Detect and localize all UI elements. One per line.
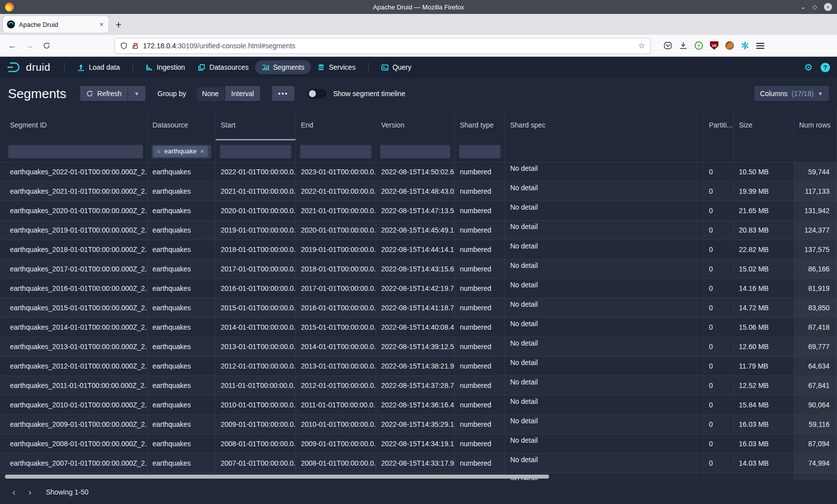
table-row[interactable]: earthquakes_2017-01-01T00:00:00.000Z_2..… <box>0 259 837 279</box>
filter-segment-id-input[interactable] <box>8 144 143 158</box>
refresh-button[interactable]: Refresh <box>80 86 128 101</box>
cell-num-rows: 81,919 <box>794 279 837 298</box>
more-options-button[interactable]: ••• <box>272 86 294 101</box>
table-row[interactable]: earthquakes_2021-01-01T00:00:00.000Z_2..… <box>0 182 837 201</box>
nav-segments[interactable]: Segments <box>255 60 311 74</box>
column-header[interactable]: Size <box>734 110 794 140</box>
cell-num-rows: 83,850 <box>794 298 837 317</box>
cell-num-rows: 69,777 <box>794 337 837 356</box>
window-close-icon[interactable]: × <box>824 3 832 11</box>
cell-datasource: earthquakes <box>147 434 216 453</box>
cell-start: 2011-01-01T00:00:00.0... <box>216 376 296 395</box>
remove-filter-icon[interactable]: × <box>200 147 204 155</box>
cell-segment-id: earthquakes_2017-01-01T00:00:00.000Z_2..… <box>0 259 147 278</box>
multi-account-asterisk-icon[interactable] <box>741 41 749 50</box>
tab-close-icon[interactable]: × <box>99 20 105 28</box>
cell-segment-id: earthquakes_2021-01-01T00:00:00.000Z_2..… <box>0 182 147 201</box>
horizontal-scrollbar[interactable] <box>5 475 549 479</box>
column-header[interactable]: Version <box>376 110 455 140</box>
filter-start-input[interactable] <box>220 144 291 158</box>
cell-shard-type: numbered <box>455 259 505 278</box>
group-by-none-button[interactable]: None <box>196 86 225 101</box>
forward-button[interactable]: → <box>22 38 37 53</box>
column-header[interactable]: Segment ID <box>0 110 147 140</box>
ublock-icon[interactable]: U0 <box>710 41 718 50</box>
column-header[interactable]: Shard type <box>455 110 505 140</box>
cookie-extension-icon[interactable] <box>725 41 734 50</box>
menu-icon[interactable] <box>756 43 764 49</box>
nav-load-data[interactable]: Load data <box>71 60 126 74</box>
download-icon[interactable] <box>679 41 688 50</box>
cell-end: 2015-01-01T00:00:00.0... <box>296 318 376 337</box>
columns-button[interactable]: Columns (17/18) ▼ <box>754 86 830 101</box>
table-row[interactable]: earthquakes_2014-01-01T00:00:00.000Z_2..… <box>0 318 837 337</box>
table-row[interactable]: earthquakes_2013-01-01T00:00:00.000Z_2..… <box>0 337 837 357</box>
table-row[interactable]: earthquakes_2019-01-01T00:00:00.000Z_2..… <box>0 221 837 240</box>
cell-end: 2018-01-01T00:00:00.0... <box>296 259 376 278</box>
table-row[interactable]: earthquakes_2007-01-01T00:00:00.000Z_2..… <box>0 454 837 473</box>
nav-query[interactable]: Query <box>375 60 418 74</box>
insecure-lock-icon[interactable] <box>132 42 139 50</box>
pocket-icon[interactable] <box>664 41 672 50</box>
cell-version: 2022-08-15T14:50:02.6... <box>376 162 455 181</box>
druid-brand[interactable]: druid <box>7 61 50 74</box>
extension-icon[interactable]: Y <box>695 41 703 50</box>
cell-num-rows: 124,377 <box>794 221 837 240</box>
table-row[interactable]: earthquakes_2018-01-01T00:00:00.000Z_2..… <box>0 240 837 259</box>
window-maximize-icon[interactable]: ◇ <box>813 3 817 10</box>
settings-gear-icon[interactable]: ⚙ <box>804 62 813 73</box>
cell-size: 12.60 MB <box>734 337 794 356</box>
table-row[interactable]: earthquakes_2012-01-01T00:00:00.000Z_2..… <box>0 357 837 376</box>
back-button[interactable]: ← <box>5 38 20 53</box>
filter-version-input[interactable] <box>380 144 450 158</box>
filter-end-input[interactable] <box>300 144 372 158</box>
url-bar[interactable]: 172.18.0.4:30109/unified-console.html#se… <box>115 38 651 54</box>
shield-icon[interactable] <box>120 42 128 50</box>
help-icon[interactable]: ? <box>821 63 830 72</box>
cell-start: 2010-01-01T00:00:00.0... <box>216 395 296 414</box>
cell-datasource: earthquakes <box>147 415 216 434</box>
table-row[interactable]: earthquakes_2009-01-01T00:00:00.000Z_2..… <box>0 415 837 434</box>
column-header[interactable]: End <box>296 110 376 140</box>
table-row[interactable]: earthquakes_2022-01-01T00:00:00.000Z_2..… <box>0 162 837 182</box>
browser-tab[interactable]: Apache Druid × <box>3 16 109 33</box>
druid-navbar: druid Load data Ingestion Datasources Se… <box>0 57 837 78</box>
load-data-icon <box>77 64 85 71</box>
table-header-row: Segment IDDatasourceStartEndVersionShard… <box>0 110 837 140</box>
next-page-button[interactable]: › <box>23 485 37 499</box>
table-row[interactable]: earthquakes_2011-01-01T00:00:00.000Z_2..… <box>0 376 837 395</box>
filter-shard-type-input[interactable] <box>459 144 501 158</box>
column-header[interactable]: Shard spec <box>505 110 704 140</box>
group-by-interval-button[interactable]: Interval <box>225 86 260 101</box>
group-by-label: Group by <box>157 90 186 98</box>
cell-end: 2009-01-01T00:00:00.0... <box>296 434 376 453</box>
cell-version: 2022-08-15T14:47:13.5... <box>376 201 455 220</box>
cell-segment-id: earthquakes_2013-01-01T00:00:00.000Z_2..… <box>0 337 147 356</box>
nav-datasources-label: Datasources <box>209 63 249 71</box>
table-row[interactable]: earthquakes_2010-01-01T00:00:00.000Z_2..… <box>0 395 837 415</box>
refresh-dropdown-button[interactable]: ▼ <box>128 86 145 101</box>
cell-end: 2023-01-01T00:00:00.0... <box>296 162 376 181</box>
table-row[interactable]: earthquakes_2016-01-01T00:00:00.000Z_2..… <box>0 279 837 298</box>
reload-button[interactable] <box>39 38 54 53</box>
cell-datasource: earthquakes <box>147 240 216 259</box>
url-text[interactable]: 172.18.0.4:30109/unified-console.html#se… <box>143 42 634 50</box>
column-header[interactable]: Start <box>216 110 296 140</box>
nav-services[interactable]: Services <box>311 60 362 74</box>
nav-datasources[interactable]: Datasources <box>191 60 255 74</box>
window-minimize-icon[interactable]: ⌄ <box>801 3 806 10</box>
column-header[interactable]: Partiti... <box>704 110 734 140</box>
cell-datasource: earthquakes <box>147 395 216 414</box>
datasource-filter-tag[interactable]: = earthquake × <box>153 146 208 157</box>
table-row[interactable]: earthquakes_2015-01-01T00:00:00.000Z_2..… <box>0 298 837 318</box>
column-header[interactable]: Datasource <box>147 110 216 140</box>
new-tab-button[interactable]: + <box>116 19 122 31</box>
column-header[interactable]: Num rows <box>794 110 837 140</box>
table-row[interactable]: earthquakes_2008-01-01T00:00:00.000Z_2..… <box>0 434 837 454</box>
segment-timeline-toggle[interactable] <box>307 89 326 99</box>
previous-page-button[interactable]: ‹ <box>7 485 21 499</box>
nav-ingestion[interactable]: Ingestion <box>139 60 192 74</box>
filter-datasource-input[interactable]: = earthquake × <box>151 144 211 158</box>
bookmark-star-icon[interactable]: ☆ <box>638 41 645 50</box>
table-row[interactable]: earthquakes_2020-01-01T00:00:00.000Z_2..… <box>0 201 837 221</box>
